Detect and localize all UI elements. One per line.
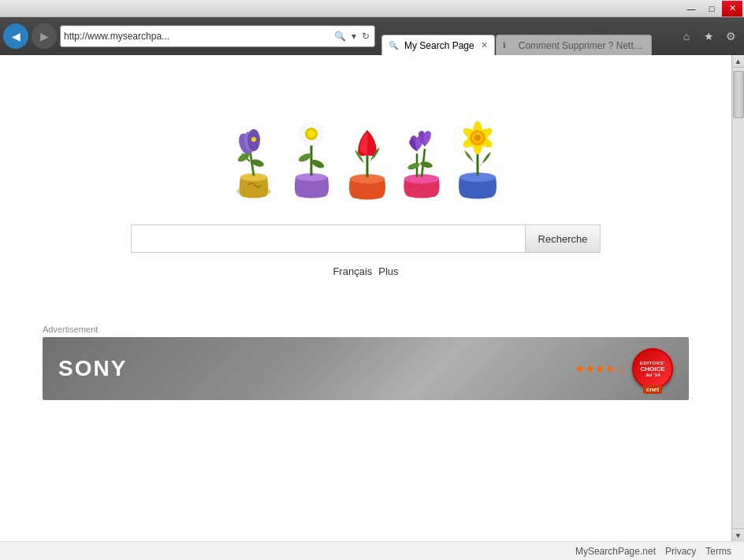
close-button[interactable]: ✕: [722, 1, 742, 17]
address-text: http://www.mysearchpa...: [64, 31, 329, 42]
svg-point-33: [407, 161, 420, 171]
home-icon: ⌂: [683, 30, 690, 43]
maximize-button[interactable]: □: [701, 1, 722, 17]
title-bar: — □ ✕: [0, 0, 744, 17]
ad-label: Advertisement: [43, 325, 689, 334]
search-input[interactable]: [131, 224, 525, 253]
svg-point-25: [307, 130, 315, 138]
search-bar-row: Recherche: [131, 224, 601, 253]
forward-icon: ▶: [40, 30, 49, 43]
scroll-up-button[interactable]: ▲: [732, 55, 745, 68]
home-button[interactable]: ⌂: [676, 28, 697, 45]
gear-icon: ⚙: [726, 30, 736, 43]
footer: MySearchPage.net Privacy Terms: [0, 541, 744, 560]
flower-1: [226, 106, 281, 201]
scroll-thumb[interactable]: [733, 71, 744, 118]
ad-banner[interactable]: SONY ★★★★☆ EDITORS' CHOICE Jul '14 cnet: [43, 337, 689, 400]
svg-point-34: [419, 161, 433, 169]
footer-terms[interactable]: Terms: [705, 546, 731, 557]
favorites-button[interactable]: ★: [698, 28, 719, 45]
month-text: Jul '14: [645, 373, 660, 377]
tab-favicon-1: 🔍: [389, 40, 400, 51]
flowers-container: [226, 102, 505, 201]
tab-inactive[interactable]: ℹ Comment Supprimer ? Nettoy...: [496, 35, 652, 55]
footer-privacy[interactable]: Privacy: [665, 546, 696, 557]
flower-5: [450, 105, 505, 201]
language-links: Français Plus: [333, 265, 398, 277]
svg-point-7: [251, 137, 256, 142]
window-controls: — □ ✕: [681, 1, 742, 17]
lang-french[interactable]: Français: [333, 265, 372, 277]
page-content: Recherche Français Plus Advertisement SO…: [0, 55, 731, 541]
dropdown-address-icon[interactable]: ▾: [350, 29, 358, 43]
tab-close-1[interactable]: ✕: [481, 40, 488, 50]
star-icon: ★: [704, 30, 714, 43]
refresh-icon[interactable]: ↻: [360, 29, 371, 43]
svg-point-45: [474, 135, 481, 141]
back-icon: ◀: [12, 30, 20, 43]
editors-choice-badge: EDITORS' CHOICE Jul '14 cnet: [632, 348, 673, 389]
ec-badge: EDITORS' CHOICE Jul '14 cnet: [632, 348, 673, 389]
browser-body: Recherche Français Plus Advertisement SO…: [0, 55, 744, 541]
scroll-down-button[interactable]: ▼: [732, 528, 745, 541]
back-button[interactable]: ◀: [3, 24, 28, 49]
lang-more[interactable]: Plus: [378, 265, 398, 277]
sony-logo: SONY: [58, 356, 127, 381]
footer-site[interactable]: MySearchPage.net: [575, 546, 656, 557]
tab-active[interactable]: 🔍 My Search Page ✕: [381, 35, 495, 55]
flower-3: [342, 106, 393, 201]
tab-favicon-2: ℹ: [503, 40, 514, 51]
choice-text: CHOICE: [640, 365, 664, 373]
scrollbar: ▲ ▼: [731, 55, 744, 541]
scroll-track[interactable]: [732, 68, 745, 528]
navigation-bar: ◀ ▶ http://www.mysearchpa... 🔍 ▾ ↻ 🔍 My …: [0, 17, 744, 55]
stars-rating: ★★★★☆: [575, 362, 626, 375]
flower-4: [398, 108, 445, 201]
address-icons: 🔍 ▾ ↻: [333, 29, 371, 43]
address-bar[interactable]: http://www.mysearchpa... 🔍 ▾ ↻: [60, 25, 375, 47]
search-button[interactable]: Recherche: [525, 224, 601, 253]
ad-section: Advertisement SONY ★★★★☆ EDITORS' CHOICE…: [43, 325, 689, 400]
tab-label-1: My Search Page: [404, 40, 474, 51]
settings-button[interactable]: ⚙: [720, 28, 741, 45]
tab-label-2: Comment Supprimer ? Nettoy...: [519, 40, 645, 51]
flower-2: [286, 102, 337, 201]
minimize-button[interactable]: —: [681, 1, 701, 17]
cnet-logo: cnet: [643, 385, 662, 394]
search-main: Recherche Français Plus Advertisement SO…: [0, 55, 731, 416]
forward-button[interactable]: ▶: [32, 24, 57, 49]
search-address-icon[interactable]: 🔍: [333, 29, 348, 43]
